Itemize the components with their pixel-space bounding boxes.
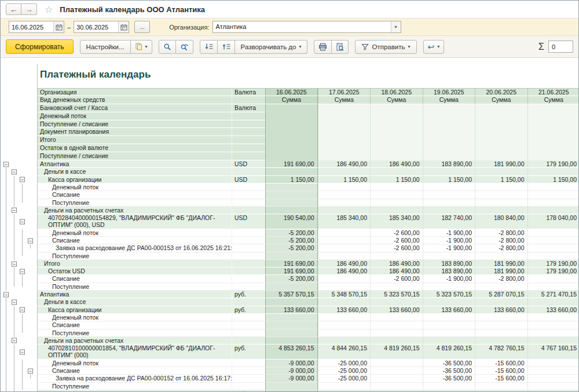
calendar-icon[interactable] <box>53 21 64 32</box>
row-label[interactable]: 40702840400000154829, "ВЛАДИМИРСКИЙ" ФБ … <box>37 214 232 229</box>
row-label[interactable]: Атлантика <box>37 160 232 168</box>
amount-cell[interactable] <box>370 321 423 329</box>
amount-cell[interactable] <box>370 314 423 321</box>
row-label[interactable]: Заявка на расходование ДС РА00-000153 от… <box>37 244 232 252</box>
date-to-input[interactable] <box>74 21 118 32</box>
amount-cell[interactable] <box>370 298 423 306</box>
amount-cell[interactable] <box>370 375 423 382</box>
amount-cell[interactable]: 4 819 260,15 <box>370 345 423 360</box>
row-label[interactable]: Списание <box>37 237 232 244</box>
amount-cell[interactable]: -2 800,00 <box>475 237 527 244</box>
amount-cell[interactable]: -9 000,00 <box>265 367 318 375</box>
amount-cell[interactable] <box>475 283 527 291</box>
amount-cell[interactable]: -1 900,00 <box>423 229 475 237</box>
amount-cell[interactable]: -5 200,00 <box>265 229 318 237</box>
amount-cell[interactable] <box>423 337 475 345</box>
amount-cell[interactable]: 186 490,00 <box>370 268 423 275</box>
amount-cell[interactable]: 186 490,00 <box>318 160 371 168</box>
amount-cell[interactable]: 191 690,00 <box>265 160 318 168</box>
amount-cell[interactable]: 181 990,00 <box>475 268 527 275</box>
tree-expander[interactable]: − <box>12 169 17 174</box>
tree-expander[interactable]: − <box>20 349 25 354</box>
row-label[interactable]: Касса организации <box>37 176 232 184</box>
amount-cell[interactable] <box>423 298 475 306</box>
amount-cell[interactable]: 185 340,00 <box>370 214 423 229</box>
amount-cell[interactable] <box>527 207 579 214</box>
row-label[interactable]: Деньги в кассе <box>37 298 232 306</box>
row-label[interactable]: Атлантика <box>37 291 232 298</box>
row-label[interactable]: Списание <box>37 275 232 283</box>
tree-expander[interactable]: − <box>20 269 25 274</box>
amount-cell[interactable] <box>423 184 475 191</box>
report-variants-button[interactable]: ▾ <box>131 40 152 54</box>
amount-cell[interactable] <box>527 184 579 191</box>
amount-cell[interactable]: -1 900,00 <box>423 237 475 244</box>
amount-cell[interactable] <box>265 184 318 191</box>
amount-cell[interactable] <box>475 207 527 214</box>
amount-cell[interactable]: -1 900,00 <box>423 275 475 283</box>
tree-expander[interactable]: − <box>28 368 33 373</box>
amount-cell[interactable]: -15 600,00 <box>475 367 527 375</box>
amount-cell[interactable] <box>318 275 371 283</box>
amount-cell[interactable]: 181 990,00 <box>475 260 527 268</box>
amount-cell[interactable]: 4 844 260,15 <box>318 345 371 360</box>
amount-cell[interactable]: -5 200,00 <box>265 275 318 283</box>
amount-cell[interactable]: 190 540,00 <box>265 214 318 229</box>
amount-cell[interactable] <box>527 314 579 321</box>
amount-cell[interactable] <box>527 275 579 283</box>
amount-cell[interactable]: 181 990,00 <box>475 160 527 168</box>
amount-cell[interactable]: -2 800,00 <box>475 244 527 252</box>
amount-cell[interactable] <box>318 207 371 214</box>
amount-cell[interactable] <box>370 252 423 260</box>
row-label[interactable]: Итого <box>37 260 232 268</box>
amount-cell[interactable]: -15 600,00 <box>475 360 527 367</box>
amount-cell[interactable] <box>423 314 475 321</box>
row-label[interactable]: Поступление <box>37 383 232 390</box>
row-label[interactable]: Деньги на расчетных счетах <box>37 337 232 345</box>
amount-cell[interactable]: -36 500,00 <box>423 375 475 382</box>
amount-cell[interactable] <box>475 298 527 306</box>
amount-cell[interactable] <box>527 191 579 199</box>
amount-cell[interactable] <box>475 184 527 191</box>
row-label[interactable]: Списание <box>37 367 232 375</box>
amount-cell[interactable]: 186 490,00 <box>318 260 371 268</box>
amount-cell[interactable] <box>318 184 371 191</box>
amount-cell[interactable] <box>527 298 579 306</box>
amount-cell[interactable]: 4 782 760,15 <box>475 345 527 360</box>
collapse-groups-button[interactable] <box>200 40 218 54</box>
amount-cell[interactable] <box>527 283 579 291</box>
amount-cell[interactable]: 1 150,00 <box>265 176 318 184</box>
amount-cell[interactable]: -2 800,00 <box>475 275 527 283</box>
amount-cell[interactable] <box>370 184 423 191</box>
amount-cell[interactable]: 183 890,00 <box>423 268 475 275</box>
amount-cell[interactable] <box>527 383 579 390</box>
amount-cell[interactable] <box>475 168 527 175</box>
calendar-icon[interactable] <box>118 21 129 32</box>
amount-cell[interactable] <box>475 199 527 207</box>
amount-cell[interactable]: 183 890,00 <box>423 160 475 168</box>
tree-expander[interactable]: − <box>12 338 17 343</box>
amount-cell[interactable] <box>423 207 475 214</box>
amount-cell[interactable]: 1 150,00 <box>527 176 579 184</box>
amount-cell[interactable] <box>527 252 579 260</box>
amount-cell[interactable] <box>475 252 527 260</box>
back-button[interactable]: ← <box>6 3 21 15</box>
amount-cell[interactable] <box>527 237 579 244</box>
row-label[interactable]: Касса организации <box>37 306 232 314</box>
amount-cell[interactable]: 180 840,00 <box>475 214 527 229</box>
amount-cell[interactable] <box>318 244 371 252</box>
amount-cell[interactable] <box>318 314 371 321</box>
amount-cell[interactable] <box>265 191 318 199</box>
amount-cell[interactable]: -25 000,00 <box>318 367 371 375</box>
chevron-down-icon[interactable]: ▾ <box>391 21 401 32</box>
amount-cell[interactable] <box>475 329 527 337</box>
amount-cell[interactable] <box>318 298 371 306</box>
amount-cell[interactable]: -2 600,00 <box>370 229 423 237</box>
row-label[interactable]: Списание <box>37 321 232 329</box>
print-preview-button[interactable] <box>332 40 349 54</box>
amount-cell[interactable] <box>265 168 318 175</box>
amount-cell[interactable] <box>527 375 579 382</box>
amount-cell[interactable]: 1 150,00 <box>318 176 371 184</box>
amount-cell[interactable]: 133 660,00 <box>318 306 371 314</box>
amount-cell[interactable] <box>370 360 423 367</box>
